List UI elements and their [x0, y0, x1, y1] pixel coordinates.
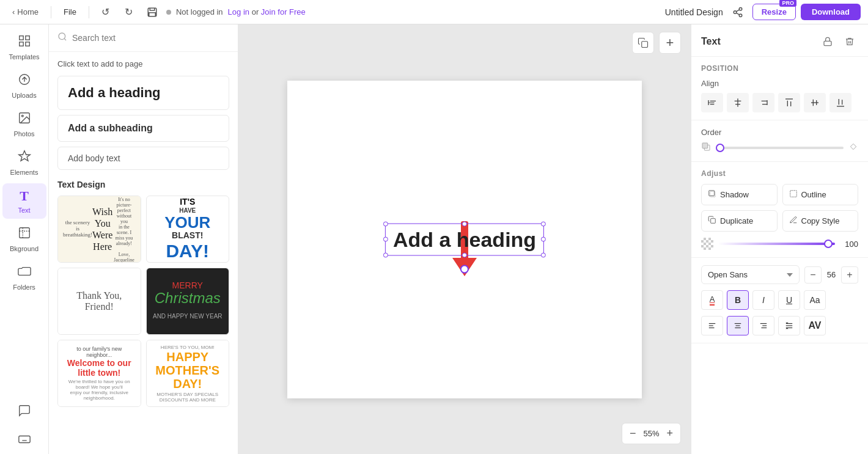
outline-label: Outline [801, 190, 826, 199]
canvas-area[interactable]: + Add a heading − [238, 24, 691, 454]
design-card-christmas[interactable]: MERRY Christmas AND HAPPY NEW YEAR [146, 268, 230, 335]
opacity-thumb[interactable] [824, 240, 833, 248]
zoom-in-button[interactable]: + [664, 426, 675, 441]
home-button[interactable]: ‹ Home [7, 5, 43, 19]
design-card-mothers[interactable]: HERE'S TO YOU, MOM! HAPPYMOTHER'SDAY! MO… [146, 340, 230, 407]
add-subheading-button[interactable]: Add a subheading [57, 115, 229, 142]
outline-button[interactable]: Outline [782, 184, 859, 205]
add-heading-button[interactable]: Add a heading [57, 76, 229, 110]
sidebar-item-text[interactable]: T Text [2, 183, 46, 219]
search-icon [57, 32, 67, 44]
adjust-grid: Shadow Outline Dup [701, 184, 858, 232]
design-card-wish[interactable]: the scenery is breathtaking! Wish YouWer… [57, 196, 141, 263]
text-design-section-title: Text Design [57, 180, 229, 189]
sidebar-item-folders[interactable]: Folders [2, 260, 46, 296]
share-button[interactable] [728, 2, 748, 22]
font-size-increase[interactable]: + [841, 266, 858, 284]
topbar: ‹ Home File ↺ ↻ Not logged in Log in or … [0, 0, 868, 24]
zoom-controls: − 55% + [622, 423, 681, 444]
align-sublabel: Align [701, 79, 858, 88]
align-bottom-button[interactable] [829, 93, 851, 112]
handle-tr[interactable] [541, 221, 546, 226]
handle-mr[interactable] [541, 237, 546, 242]
text-align-right-button[interactable] [752, 316, 774, 335]
text-align-left-button[interactable] [701, 316, 723, 335]
duplicate-button[interactable]: Duplicate [701, 210, 778, 232]
file-menu[interactable]: File [59, 5, 81, 19]
svg-rect-29 [790, 191, 796, 197]
duplicate-label: Duplicate [720, 216, 753, 225]
text-bold-button[interactable]: B [727, 290, 749, 310]
svg-rect-26 [702, 143, 708, 148]
lock-button[interactable] [819, 33, 836, 50]
font-family-select[interactable]: Open Sans Arial Roboto [701, 265, 800, 284]
sidebar-item-background[interactable]: Bkground [2, 221, 46, 257]
handle-bl[interactable] [383, 252, 388, 257]
text-align-center-button[interactable] [727, 316, 749, 335]
text-more-options-button[interactable]: AV [804, 316, 826, 335]
handle-ml[interactable] [383, 237, 388, 242]
undo-button[interactable]: ↺ [97, 3, 115, 21]
login-link[interactable]: Log in [228, 7, 249, 16]
handle-tl[interactable] [383, 221, 388, 226]
rotate-handle[interactable] [460, 265, 469, 273]
sidebar-item-keyboard[interactable] [2, 428, 46, 454]
add-page-button[interactable]: + [659, 32, 681, 54]
align-middle-button[interactable] [804, 93, 826, 112]
text-element[interactable]: Add a heading [385, 223, 544, 255]
duplicate-canvas-button[interactable] [632, 32, 654, 54]
handle-br[interactable] [541, 252, 546, 257]
resize-button[interactable]: PRO Resize [752, 4, 796, 20]
save-button[interactable] [143, 3, 161, 21]
delete-button[interactable] [841, 33, 858, 50]
add-body-button[interactable]: Add body text [57, 147, 229, 170]
opacity-value: 100 [840, 240, 858, 249]
chat-icon [18, 404, 31, 420]
svg-rect-7 [25, 36, 29, 40]
join-link[interactable]: Join for Free [261, 7, 306, 16]
templates-icon [18, 34, 31, 51]
elements-icon [18, 150, 31, 166]
align-top-button[interactable] [778, 93, 800, 112]
design-card-thankyou[interactable]: Thank You, Friend! [57, 268, 141, 335]
handle-bm[interactable] [462, 252, 467, 257]
align-center-v-button[interactable] [727, 93, 749, 112]
font-size-decrease[interactable]: − [804, 266, 822, 284]
text-italic-button[interactable]: I [752, 290, 774, 310]
templates-label: Templates [9, 53, 39, 60]
photos-icon [18, 111, 31, 128]
document-title[interactable]: Untitled Design [665, 7, 723, 17]
align-left-button[interactable] [701, 93, 723, 112]
text-underline-color-button[interactable]: A [701, 290, 723, 310]
photos-label: Photos [13, 130, 34, 137]
download-button[interactable]: Download [801, 4, 861, 20]
line-spacing-button[interactable] [778, 316, 800, 335]
search-bar [49, 24, 238, 52]
sidebar-item-templates[interactable]: Templates [2, 29, 46, 65]
align-row [701, 93, 858, 112]
order-slider[interactable] [716, 147, 844, 149]
search-input[interactable] [72, 33, 229, 43]
redo-button[interactable]: ↻ [120, 3, 138, 21]
zoom-out-button[interactable]: − [627, 426, 639, 441]
copy-style-button[interactable]: Copy Style [782, 210, 859, 232]
handle-tm[interactable] [462, 221, 467, 226]
shadow-icon [708, 189, 716, 200]
design-card-welcome[interactable]: to our family's new neighbor... Welcome … [57, 340, 141, 407]
design-card-its[interactable]: IT'S HAVE YOUR BLAST! DAY! [146, 196, 230, 263]
sidebar-item-chat[interactable] [2, 399, 46, 425]
opacity-slider-wrap [718, 243, 835, 245]
title-area: Untitled Design [665, 2, 748, 22]
text-underline-button[interactable]: U [778, 290, 800, 310]
sidebar-item-elements[interactable]: Elements [2, 145, 46, 181]
shadow-button[interactable]: Shadow [701, 184, 778, 205]
text-icon: T [20, 188, 29, 204]
copy-style-label: Copy Style [801, 216, 840, 225]
sidebar-item-uploads[interactable]: Uploads [2, 68, 46, 104]
text-case-button[interactable]: Aa [804, 290, 826, 310]
order-front-icon [701, 142, 711, 154]
sidebar-item-photos[interactable]: Photos [2, 106, 46, 142]
order-section: Order [691, 120, 868, 162]
align-right-button[interactable] [752, 93, 774, 112]
canvas-wrapper[interactable]: Add a heading [287, 81, 642, 398]
